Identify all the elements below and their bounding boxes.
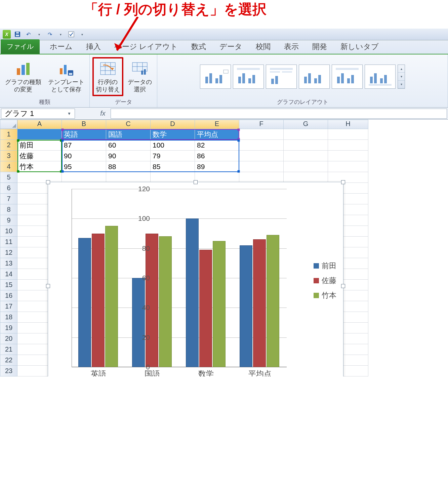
change-chart-type-button[interactable]: グラフの種類 の変更 xyxy=(3,58,44,95)
cell-G1[interactable] xyxy=(284,129,328,140)
cell-C3[interactable]: 90 xyxy=(106,151,151,161)
cell-F5[interactable] xyxy=(239,172,284,183)
cell-E2[interactable]: 82 xyxy=(195,140,239,151)
row-header-6[interactable]: 6 xyxy=(0,183,17,194)
cell-D5[interactable] xyxy=(151,172,195,183)
row-header-19[interactable]: 19 xyxy=(0,323,17,333)
redo-icon[interactable]: ↷ xyxy=(46,30,54,38)
select-all-corner[interactable] xyxy=(0,120,17,129)
cell-D3[interactable]: 79 xyxy=(151,151,195,161)
qat-customize-dropdown-icon[interactable]: ▾ xyxy=(78,30,86,38)
cell-B1[interactable]: 英語 xyxy=(62,129,106,140)
chart-bar[interactable] xyxy=(159,236,172,367)
cell-F1[interactable] xyxy=(239,129,284,140)
row-header-5[interactable]: 5 xyxy=(0,172,17,183)
cell-A1[interactable] xyxy=(17,129,62,140)
chart-bar[interactable] xyxy=(105,226,118,367)
save-icon[interactable] xyxy=(13,30,22,38)
layout-thumb-6[interactable] xyxy=(365,65,396,89)
cell-E5[interactable] xyxy=(195,172,239,183)
chart-legend-item[interactable]: 前田 xyxy=(314,261,336,271)
cell-G5[interactable] xyxy=(284,172,328,183)
select-data-button[interactable]: データの 選択 xyxy=(125,58,154,95)
switch-row-column-button[interactable]: 行/列の 切り替え xyxy=(92,57,123,96)
chart-legend-item[interactable]: 佐藤 xyxy=(314,276,336,286)
cell-A2[interactable]: 前田 xyxy=(17,140,62,151)
name-box[interactable]: グラフ 1 ▼ xyxy=(1,109,75,119)
worksheet[interactable]: 1234567891011121314151617181920212223 AB… xyxy=(0,120,448,376)
row-header-11[interactable]: 11 xyxy=(0,237,17,247)
chart-resize-handle[interactable] xyxy=(46,284,50,288)
row-header-8[interactable]: 8 xyxy=(0,204,17,215)
cell-H4[interactable] xyxy=(328,161,368,172)
column-header-E[interactable]: E xyxy=(195,120,239,129)
chart-bar[interactable] xyxy=(186,218,199,367)
fx-button[interactable]: fx xyxy=(96,110,110,117)
chart-bar[interactable] xyxy=(78,238,91,367)
chart-bar-group[interactable] xyxy=(186,218,226,367)
layout-thumb-2[interactable] xyxy=(233,65,264,89)
cell-F2[interactable] xyxy=(239,140,284,151)
cell-D2[interactable]: 100 xyxy=(151,140,195,151)
tab-review[interactable]: 校閲 xyxy=(249,40,277,54)
tab-formulas[interactable]: 数式 xyxy=(185,40,213,54)
cell-H2[interactable] xyxy=(328,140,368,151)
chart-bar-group[interactable] xyxy=(78,226,118,367)
chart-bar[interactable] xyxy=(240,245,252,367)
chart-bar-group[interactable] xyxy=(132,234,172,367)
column-header-G[interactable]: G xyxy=(284,120,328,129)
qat-dropdown-icon[interactable]: ▾ xyxy=(35,30,43,38)
cell-B3[interactable]: 90 xyxy=(62,151,106,161)
row-header-23[interactable]: 23 xyxy=(0,366,17,376)
cell-E3[interactable]: 86 xyxy=(195,151,239,161)
row-header-1[interactable]: 1 xyxy=(0,129,17,140)
cell-C4[interactable]: 88 xyxy=(106,161,151,172)
row-header-7[interactable]: 7 xyxy=(0,194,17,204)
tab-view[interactable]: 表示 xyxy=(277,40,306,54)
column-header-F[interactable]: F xyxy=(239,120,284,129)
chart-bar[interactable] xyxy=(267,235,279,367)
tab-data[interactable]: データ xyxy=(213,40,249,54)
cell-A5[interactable] xyxy=(17,172,62,183)
cell-G3[interactable] xyxy=(284,151,328,161)
chart-plot-area[interactable] xyxy=(72,189,287,367)
layout-thumb-5[interactable] xyxy=(332,65,363,89)
chart-bar[interactable] xyxy=(146,234,158,367)
column-header-C[interactable]: C xyxy=(106,120,151,129)
checkbox-icon[interactable] xyxy=(67,30,75,38)
chart-legend-item[interactable]: 竹本 xyxy=(314,290,336,300)
excel-app-icon[interactable]: X xyxy=(3,30,11,38)
formula-input[interactable] xyxy=(111,109,447,119)
cell-C1[interactable]: 国語 xyxy=(106,129,151,140)
row-header-21[interactable]: 21 xyxy=(0,344,17,355)
tab-home[interactable]: ホーム xyxy=(43,40,79,54)
column-header-B[interactable]: B xyxy=(62,120,106,129)
chart-bar[interactable] xyxy=(92,234,105,367)
row-header-14[interactable]: 14 xyxy=(0,269,17,280)
row-header-9[interactable]: 9 xyxy=(0,215,17,226)
row-header-3[interactable]: 3 xyxy=(0,151,17,161)
cell-E1[interactable]: 平均点 xyxy=(195,129,239,140)
row-header-15[interactable]: 15 xyxy=(0,280,17,290)
cell-C2[interactable]: 60 xyxy=(106,140,151,151)
row-header-13[interactable]: 13 xyxy=(0,258,17,269)
tab-file[interactable]: ファイル xyxy=(1,39,40,54)
row-header-17[interactable]: 17 xyxy=(0,301,17,312)
gallery-scroll[interactable]: ▴▾▾ xyxy=(398,65,405,89)
gallery-down-icon[interactable]: ▾ xyxy=(398,73,405,80)
gallery-up-icon[interactable]: ▴ xyxy=(398,65,405,73)
cell-E4[interactable]: 89 xyxy=(195,161,239,172)
chart-bar-group[interactable] xyxy=(240,235,279,367)
cell-B4[interactable]: 95 xyxy=(62,161,106,172)
cell-G4[interactable] xyxy=(284,161,328,172)
row-header-4[interactable]: 4 xyxy=(0,161,17,172)
chart-resize-handle[interactable] xyxy=(341,284,345,288)
column-header-H[interactable]: H xyxy=(328,120,368,129)
chart-bar[interactable] xyxy=(199,250,212,367)
cell-H1[interactable] xyxy=(328,129,368,140)
chart-bar[interactable] xyxy=(253,239,266,367)
cell-H3[interactable] xyxy=(328,151,368,161)
qat-dropdown-icon-2[interactable]: ▾ xyxy=(56,30,65,38)
chart-bar[interactable] xyxy=(132,278,145,367)
gallery-more-icon[interactable]: ▾ xyxy=(398,81,405,88)
